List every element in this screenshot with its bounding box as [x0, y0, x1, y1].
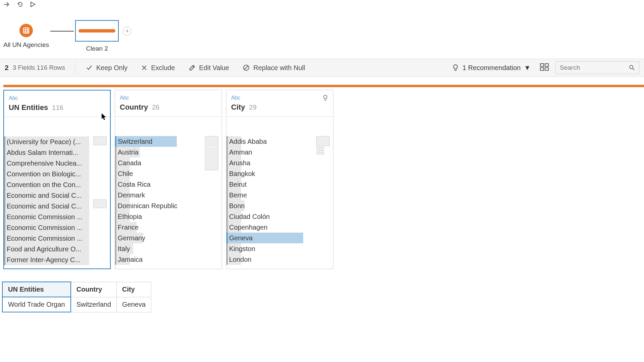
replace-null-label: Replace with Null: [253, 64, 305, 72]
value-item[interactable]: Italy: [115, 243, 222, 254]
keep-only-button[interactable]: Keep Only: [86, 64, 127, 72]
field-name: Country: [120, 103, 148, 112]
exclude-label: Exclude: [151, 64, 175, 72]
field-type-label: Abc: [4, 90, 110, 103]
cell-city[interactable]: Geneva: [117, 297, 151, 312]
clean-step-box: [75, 20, 119, 42]
value-item[interactable]: Comprehensive Nuclea...: [4, 158, 110, 169]
recommendation-dropdown[interactable]: 1 Recommendation ▼: [452, 64, 531, 72]
toolbar-separator: [75, 62, 75, 74]
svg-rect-4: [540, 68, 544, 70]
svg-point-6: [630, 65, 633, 69]
value-label: (University for Peace) (...: [7, 138, 81, 146]
search-icon: [629, 65, 635, 71]
col-header-entities[interactable]: UN Entities: [2, 282, 71, 297]
replace-null-button[interactable]: Replace with Null: [243, 64, 305, 72]
value-label: Chile: [118, 170, 133, 178]
field-count: 26: [152, 104, 159, 111]
value-label: London: [229, 256, 252, 263]
value-item[interactable]: Economic Commission ...: [4, 212, 110, 222]
value-label: Convention on Biologic...: [7, 170, 81, 178]
value-item[interactable]: Costa Rica: [115, 179, 222, 190]
table-header-row: UN Entities Country City: [2, 282, 151, 297]
chevron-down-icon: ▼: [524, 64, 531, 72]
value-item[interactable]: Economic Commission ...: [4, 222, 110, 233]
value-item[interactable]: Kingston: [226, 243, 333, 254]
keep-only-label: Keep Only: [96, 64, 127, 72]
cell-entities[interactable]: World Trade Organ: [2, 297, 71, 312]
field-count: 116: [52, 104, 63, 112]
value-label: Bonn: [229, 202, 245, 210]
data-grid[interactable]: UN Entities Country City World Trade Org…: [2, 282, 151, 312]
profile-card-country[interactable]: AbcCountry26SwitzerlandAustriaCanadaChil…: [115, 90, 222, 269]
value-label: Arusha: [229, 159, 250, 167]
value-item[interactable]: Germany: [115, 233, 222, 243]
edit-value-button[interactable]: Edit Value: [189, 64, 229, 72]
value-item[interactable]: London: [226, 254, 333, 265]
value-item[interactable]: Arusha: [226, 158, 333, 168]
search-input[interactable]: [560, 64, 620, 71]
recommendation-label: 1 Recommendation: [463, 64, 521, 72]
value-item[interactable]: Beirut: [226, 179, 333, 190]
arrow-icon[interactable]: [3, 2, 10, 8]
flow-clean-label: Clean 2: [75, 45, 119, 52]
value-label: Food and Agriculture O...: [7, 245, 81, 253]
value-item[interactable]: Economic Commission ...: [4, 233, 110, 244]
value-item[interactable]: Convention on the Con...: [4, 179, 110, 190]
value-label: France: [118, 224, 139, 231]
value-label: Convention on the Con...: [7, 181, 81, 189]
field-name: UN Entities: [9, 103, 48, 112]
svg-rect-2: [540, 64, 544, 66]
value-item[interactable]: Denmark: [115, 190, 222, 200]
exclude-button[interactable]: Exclude: [141, 64, 175, 72]
edit-value-label: Edit Value: [199, 64, 229, 72]
flow-source-label: All UN Agencies: [3, 41, 49, 49]
profile-card-city[interactable]: AbcCity29Addis AbabaAmmanArushaBangkokBe…: [226, 90, 333, 269]
lightbulb-icon[interactable]: [322, 95, 328, 103]
value-item[interactable]: Copenhagen: [226, 222, 333, 233]
profile-card-un-entities[interactable]: AbcUN Entities116(University for Peace) …: [3, 90, 111, 269]
field-type-label: Abc: [226, 90, 333, 103]
value-label: Economic Commission ...: [7, 213, 83, 221]
value-item[interactable]: Abdus Salam Internati...: [4, 147, 110, 158]
value-item[interactable]: Berne: [226, 190, 333, 200]
value-item[interactable]: France: [115, 222, 222, 233]
value-label: Costa Rica: [118, 181, 151, 188]
refresh-icon[interactable]: [17, 1, 23, 9]
flow-connector: [50, 31, 74, 32]
value-item[interactable]: Ciudad Colón: [226, 211, 333, 222]
top-icon-bar: [3, 0, 36, 10]
view-toggle-button[interactable]: [540, 63, 549, 72]
value-item[interactable]: Dominican Republic: [115, 200, 222, 211]
value-label: Ciudad Colón: [229, 213, 270, 221]
value-label: Ethiopia: [118, 213, 142, 221]
value-label: Economic and Social C...: [7, 192, 82, 199]
value-label: Bangkok: [229, 170, 255, 178]
value-label: Dominican Republic: [118, 202, 177, 210]
col-header-city[interactable]: City: [117, 282, 151, 297]
value-label: Economic Commission ...: [7, 235, 83, 242]
value-item[interactable]: Jamaica: [115, 254, 222, 265]
value-item[interactable]: Bonn: [226, 200, 333, 211]
clean-step-bar: [78, 29, 115, 33]
value-label: Kingston: [229, 245, 255, 253]
search-box[interactable]: [555, 61, 639, 74]
value-item[interactable]: Former Inter-Agency C...: [4, 254, 110, 265]
value-item[interactable]: Geneva: [226, 233, 333, 243]
card-body: Addis AbabaAmmanArushaBangkokBeirutBerne…: [226, 117, 333, 265]
value-label: Abdus Salam Internati...: [7, 149, 78, 157]
value-item[interactable]: Bangkok: [226, 168, 333, 179]
accent-bar: [3, 85, 644, 87]
value-item[interactable]: Ethiopia: [115, 211, 222, 222]
col-header-country[interactable]: Country: [71, 282, 117, 297]
run-icon[interactable]: [30, 1, 36, 9]
field-type-label: Abc: [115, 90, 222, 103]
value-label: Former Inter-Agency C...: [7, 256, 80, 264]
value-item[interactable]: Food and Agriculture O...: [4, 244, 110, 254]
flow-clean-node[interactable]: Clean 2: [75, 20, 119, 52]
add-step-button[interactable]: +: [123, 27, 131, 36]
flow-source-node[interactable]: All UN Agencies: [3, 24, 49, 49]
value-item[interactable]: Convention on Biologic...: [4, 169, 110, 179]
cell-country[interactable]: Switzerland: [71, 297, 117, 312]
table-row[interactable]: World Trade Organ Switzerland Geneva: [2, 297, 151, 312]
